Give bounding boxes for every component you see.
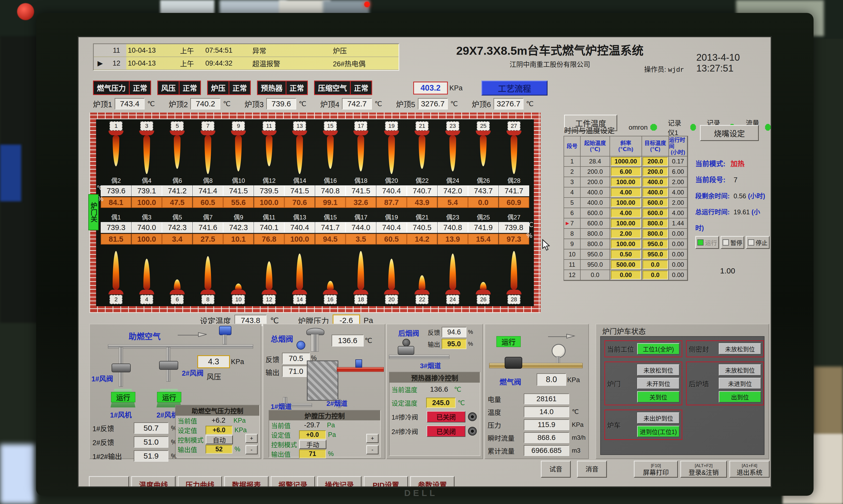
nav-tab-1[interactable] [89,476,129,487]
unit-celsius: ℃ [450,100,458,108]
group-label: 炉门 [607,379,634,388]
function-button-1[interactable]: 试音 [541,461,571,478]
program-cell: 600.0 [580,218,610,228]
status-column-right: 侧密封未放松到位后炉墙未放松到位未进到位出到位 [686,340,764,406]
setpoint-cell[interactable]: 0.0 [643,260,668,269]
button-label: 屏幕打印 [643,469,669,476]
process-flow-button[interactable]: 工艺流程 [481,80,548,95]
thermocouple-temp: 740.4 [284,222,315,233]
setpoint-cell[interactable]: 200.0 [643,157,668,166]
nav-tab-2[interactable]: 温度曲线 [131,476,176,487]
chamber-pressure-control-panel: 炉膛压力控制 当前值-29.7Pa设定值+0.0Pa控制模式手动输出值71% +… [269,410,381,457]
burner-port-icon [200,131,215,135]
setpoint-cell[interactable]: 800.0 [643,229,668,238]
control-label: 设定值 [178,426,203,435]
nav-tab-4[interactable]: 数据报表 [224,476,269,487]
setpoint-input[interactable]: 71 [299,450,326,458]
setpoint-cell[interactable]: 6.00 [611,167,641,176]
feedback-value: 70.5 [282,353,310,364]
run-state-button-2[interactable]: 暂停 [721,236,745,249]
valve-actuator-icon [297,341,305,349]
run-state-button-1[interactable]: 运行 [695,236,719,249]
setpoint-cell[interactable]: 600.0 [643,198,668,207]
output-label: 输出 [266,367,280,377]
thermocouple-readout: 偶28741.760.9 [499,176,529,208]
decrease-button[interactable]: - [366,445,379,454]
setpoint-cell[interactable]: 1000.00 [611,157,641,166]
thermocouple-label: 偶4 [131,176,162,185]
increase-button[interactable]: + [366,434,379,443]
door-status-group: 当前工位工位1(全炉) [604,340,682,357]
thermocouple-label: 偶13 [284,212,315,221]
function-button-2[interactable]: 消音 [577,461,607,478]
program-cell: 0.17 [669,157,687,166]
increase-button[interactable]: + [245,434,258,443]
setpoint-cell[interactable]: 950.0 [643,240,668,248]
datetime: 2013-4-10 13:27:51 [696,52,771,74]
set-temp-input[interactable]: 245.0 [426,398,455,408]
burner-port-icon [262,290,276,294]
eye-icon[interactable] [468,427,477,436]
roof-temp-5: 炉顶53276.7℃ [396,98,458,109]
mode-button[interactable]: 手动 [299,440,326,449]
setpoint-cell[interactable]: 100.00 [611,198,641,207]
setpoint-cell[interactable]: 100.00 [611,178,641,186]
function-button-3[interactable]: [F10]屏幕打印 [634,461,678,478]
alarm-row-12[interactable]: ▶1210-04-13上午09:44:32超温报警26#热电偶 [94,57,398,70]
valve2-label: 2#风阀 [182,368,203,378]
setpoint-cell[interactable]: 500.00 [611,260,641,269]
eye-icon[interactable] [468,412,477,421]
control-row: 输出值71% [269,449,380,458]
setpoint-cell[interactable]: 100.00 [611,219,641,228]
setpoint-input[interactable]: 52 [205,445,232,454]
setpoint-cell[interactable]: 2.00 [611,229,641,238]
program-cell: 600.0 [642,198,669,208]
operator-value: wjdr [668,66,684,74]
setpoint-input[interactable]: +0.0 [299,430,326,439]
burner-port-icon [353,131,368,135]
position-status-chip: 未放松到位 [719,343,761,355]
flame-icon [296,254,303,290]
setpoint-cell[interactable]: 4.00 [611,188,641,197]
alarm-type: 超温报警 [251,57,331,70]
program-cell: 800.0 [642,229,669,238]
setpoint-cell[interactable]: 400.0 [643,188,668,197]
mode-button[interactable]: 自动 [205,435,233,444]
current-value: -29.7 [299,421,325,429]
nav-tab-8[interactable]: 参数设置 [410,476,454,487]
burner-port-icon [139,290,154,294]
setpoint-cell[interactable]: 800.0 [643,219,668,228]
setpoint-cell[interactable]: 100.00 [611,240,641,248]
setpoint-cell[interactable]: 950.0 [643,250,668,259]
program-row-3: 3200.0100.00400.02.00 [564,177,687,187]
setpoint-input[interactable]: +6.0 [205,426,232,434]
setpoint-cell[interactable]: 400.0 [643,178,668,186]
setpoint-cell[interactable]: 0.0 [643,271,668,280]
cell-value: 3 [570,178,574,186]
setpoint-cell[interactable]: 4.00 [611,209,641,217]
setpoint-cell[interactable]: 0.50 [611,250,641,259]
function-button-4[interactable]: [ALT+F2]登录&注销 [680,461,727,478]
output-value: 95.0 [442,339,466,349]
nav-tab-3[interactable]: 压力曲线 [178,476,222,487]
decrease-button[interactable]: - [245,445,258,454]
function-button-5[interactable]: [A1+F4]退出系统 [729,461,770,478]
column-header: 斜率(℃/h) [610,136,642,156]
thermocouple-temp: 740.8 [315,185,345,196]
status-indicator-5: 压缩空气正常 [314,80,372,95]
chip-stack: 未放松到位 [719,343,761,355]
setpoint-cell[interactable]: 0.00 [611,271,641,280]
bottom-burner-numbers: 246810121416182022242628 [101,295,529,304]
thermocouple-output-pct: 87.7 [376,197,407,208]
burner-settings-button[interactable]: 烧嘴设定 [700,125,759,141]
nav-tab-7[interactable]: PID设置 [364,476,408,487]
run-state-button-3[interactable]: 停止 [746,236,770,249]
position-status-chip: 未放松到位 [719,364,761,376]
control-label: 设定值 [271,430,297,439]
alarm-row-11[interactable]: 1110-04-13上午07:54:51异常炉压 [94,44,398,57]
nav-tab-5[interactable]: 报警记录 [271,476,315,487]
nav-tab-6[interactable]: 操作记录 [317,476,362,487]
position-status-chip: 工位1(全炉) [637,343,680,355]
setpoint-cell[interactable]: 600.0 [643,209,668,217]
setpoint-cell[interactable]: 200.0 [643,167,668,176]
